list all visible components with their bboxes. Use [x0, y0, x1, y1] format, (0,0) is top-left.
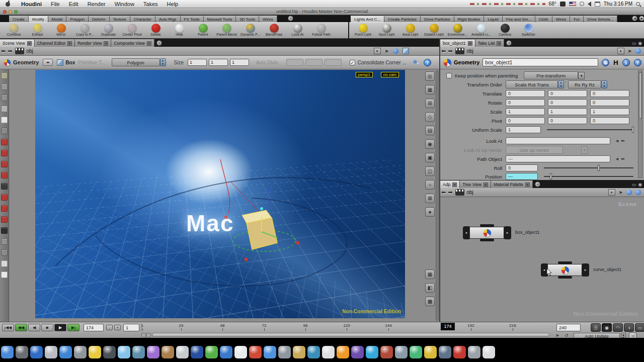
- current-frame-field[interactable]: 174: [84, 324, 104, 331]
- look-at-menu-icon[interactable]: ⬅: [621, 138, 625, 143]
- roll-slider[interactable]: [544, 167, 633, 168]
- path-back-icon[interactable]: ⬅: [441, 48, 446, 54]
- dock-app-icon[interactable]: [118, 346, 130, 358]
- shelf-tab[interactable]: Fur: [570, 16, 584, 22]
- viewport-3d[interactable]: Mac persp1 no cam Non-Commercial Edition: [35, 70, 405, 318]
- pane-tab-close-icon[interactable]: ✕: [147, 41, 151, 46]
- frame-decrement-button[interactable]: -: [106, 325, 113, 330]
- shelf-tool[interactable]: Center Pivot: [120, 24, 144, 36]
- viewport-tool-icon[interactable]: [1, 117, 8, 123]
- view-control-icon[interactable]: ▣: [425, 153, 435, 162]
- menu-bar-clock[interactable]: Thu 3:16 PM: [604, 1, 632, 7]
- pane-divider[interactable]: [439, 39, 440, 322]
- path-forward-icon[interactable]: ➡: [448, 189, 452, 196]
- shelf-tab[interactable]: Liquid: [484, 16, 502, 22]
- pane-tab[interactable]: Composite View ✕: [111, 39, 154, 47]
- path-dropdown-icon[interactable]: ▾: [608, 189, 615, 196]
- frame-increment-button[interactable]: +: [114, 325, 121, 330]
- shelf-tool[interactable]: Delete: [144, 24, 168, 36]
- shelf-tool[interactable]: Spot Light: [375, 24, 398, 36]
- window-zoom-button[interactable]: [14, 10, 18, 14]
- view-control-icon[interactable]: ●: [425, 207, 435, 217]
- dock-app-icon[interactable]: [89, 346, 101, 358]
- pane-tab[interactable]: Channel Editor ✕: [35, 39, 75, 47]
- shelf-nav-right-button[interactable]: ▸: [639, 16, 644, 21]
- shelf-tab[interactable]: Wires: [552, 16, 570, 22]
- refresh-icon[interactable]: ↺: [565, 333, 569, 338]
- context-label[interactable]: Geometry: [13, 59, 39, 65]
- pane-tab[interactable]: Take List ✕: [475, 39, 505, 47]
- network-node[interactable]: ▸ ▸ box_object1: [463, 226, 511, 239]
- node-name-field[interactable]: box_object1: [482, 58, 598, 66]
- pane-tab-close-icon[interactable]: ✕: [468, 41, 472, 46]
- param-y-field[interactable]: 0: [548, 90, 587, 97]
- path-text[interactable]: obj: [26, 48, 33, 54]
- shelf-tab[interactable]: Modify: [29, 16, 48, 22]
- pane-menu-icon[interactable]: ◉: [638, 182, 642, 187]
- spotlight-search-icon[interactable]: [636, 2, 640, 6]
- pin-icon[interactable]: ➤: [385, 48, 389, 54]
- status-circle-icon[interactable]: [580, 2, 584, 6]
- pin-icon[interactable]: ➤: [628, 48, 632, 54]
- shelf-tab[interactable]: Create Particles: [384, 16, 421, 22]
- viewport-tool-icon[interactable]: [1, 106, 8, 112]
- pane-tab[interactable]: Tree View ✕: [460, 180, 491, 188]
- shelf-tab[interactable]: Cloth: [535, 16, 552, 22]
- view-control-icon[interactable]: ◎: [425, 71, 435, 81]
- dock-app-icon[interactable]: [249, 346, 262, 358]
- pane-tab-close-icon[interactable]: ✕: [27, 41, 32, 46]
- dock-app-icon[interactable]: [278, 346, 291, 358]
- shelf-tool[interactable]: Point Light: [351, 24, 375, 36]
- volume-icon[interactable]: [588, 2, 591, 7]
- window-title-bar[interactable]: untitled.hip - Houdini Master Non-Commer…: [0, 8, 644, 15]
- shelf-tab[interactable]: Auto Rigs: [155, 16, 181, 22]
- transform-order-spinner[interactable]: ▴▾: [558, 80, 564, 88]
- pane-tab-close-icon[interactable]: ✕: [104, 41, 108, 46]
- size-x-field[interactable]: 1: [188, 59, 207, 66]
- shelf-tab[interactable]: Texture: [110, 16, 130, 22]
- param-z-field[interactable]: 0: [590, 99, 629, 106]
- view-control-icon[interactable]: ▦: [425, 85, 435, 95]
- dock-app-icon[interactable]: [220, 346, 232, 358]
- node-body[interactable]: [547, 264, 583, 276]
- param-x-field[interactable]: 0: [506, 90, 545, 97]
- shelf-tool[interactable]: Environme...: [446, 24, 469, 36]
- dock-app-icon[interactable]: [16, 346, 28, 358]
- dock-app-icon[interactable]: [191, 346, 203, 358]
- network-editor-canvas[interactable]: Scene ▸ ▸ box_object1 ▸ ▸: [440, 197, 644, 322]
- camera-badge[interactable]: persp1: [356, 72, 373, 77]
- shelf-tool[interactable]: Follow Path: [309, 24, 333, 36]
- link-icon[interactable]: [635, 48, 641, 54]
- dock-app-icon[interactable]: [74, 346, 87, 358]
- shelf-tab[interactable]: 3D Tools: [236, 16, 259, 22]
- menu-item[interactable]: Help: [163, 1, 183, 7]
- viewport-tool-icon[interactable]: [1, 161, 8, 167]
- pane-maximize-icon[interactable]: ▭: [632, 41, 636, 46]
- dock-app-icon[interactable]: [162, 346, 174, 358]
- shelf-tool[interactable]: Extract: [26, 24, 49, 36]
- view-control-icon[interactable]: ⊞: [425, 99, 435, 108]
- primitive-type-dropdown[interactable]: Polygon: [112, 58, 160, 66]
- view-control-icon[interactable]: ▤: [425, 126, 435, 135]
- shelf-tab[interactable]: Rigid Bodies: [454, 16, 485, 22]
- cube-icon[interactable]: [403, 48, 409, 54]
- shelf-tool[interactable]: Combine: [2, 24, 26, 36]
- shelf-tool[interactable]: Ambient Li...: [469, 24, 493, 36]
- pre-transform-dropdown[interactable]: Pre-transform: [524, 71, 578, 79]
- pin-icon[interactable]: ➤: [619, 190, 623, 195]
- transport-button[interactable]: ◀◀: [15, 324, 27, 331]
- transport-button[interactable]: ◀: [28, 324, 40, 331]
- shelf-tab[interactable]: Lights And C...: [351, 16, 384, 22]
- dock-app-icon[interactable]: [30, 346, 43, 358]
- pane-maximize-icon[interactable]: ▭: [632, 182, 636, 187]
- pane-tab[interactable]: Scene View ✕: [0, 39, 35, 47]
- input-language-flag-icon[interactable]: [569, 2, 576, 6]
- transport-button[interactable]: |◀◀: [2, 324, 14, 331]
- param-y-field[interactable]: 1: [548, 108, 587, 115]
- view-control-icon[interactable]: ◉: [425, 139, 435, 149]
- pane-tab[interactable]: Adp ✕: [440, 180, 460, 188]
- viewport-tool-icon[interactable]: [1, 139, 8, 145]
- dock-app-icon[interactable]: [147, 346, 159, 358]
- viewport-tool-icon[interactable]: [1, 172, 8, 178]
- dock-app-icon[interactable]: [468, 346, 480, 358]
